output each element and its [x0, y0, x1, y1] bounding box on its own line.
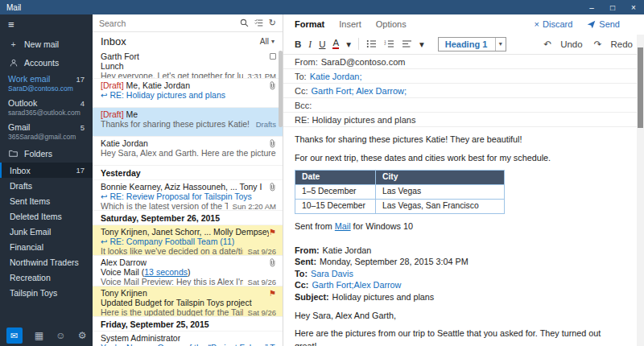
- reply-arrow-icon: ↩: [101, 192, 107, 201]
- underline-button[interactable]: U: [319, 39, 325, 49]
- undo-button[interactable]: ↶ Undo: [543, 39, 582, 50]
- filter-dropdown[interactable]: All ▾: [260, 37, 275, 46]
- message-row-bonnie[interactable]: Bonnie Kearney, Aziz Hassouneh, ... Tony…: [93, 180, 283, 211]
- compose-scrollbar-thumb[interactable]: [638, 47, 643, 128]
- message-sender: Katie Jordan: [101, 138, 148, 148]
- table-cell: 1–5 December: [295, 185, 376, 200]
- account-gmail[interactable]: Gmail 5 365Sarad@gmail.com: [0, 120, 93, 144]
- discard-button[interactable]: × Discard: [535, 19, 573, 29]
- message-row-draft-katie[interactable]: [Draft] Me, Katie Jordan ↩ RE: Holiday p…: [93, 79, 283, 108]
- sidebar-item-drafts[interactable]: Drafts: [0, 178, 93, 193]
- message-row-system-admin[interactable]: System Administrator You're Now an Owner…: [93, 332, 283, 346]
- search-icon[interactable]: [240, 19, 249, 27]
- numbered-list-icon[interactable]: 12: [384, 39, 394, 48]
- message-row-garth-fort[interactable]: Garth Fort Lunch Hey everyone, Let's get…: [93, 50, 283, 79]
- tab-options[interactable]: Options: [376, 19, 407, 29]
- cc-value[interactable]: Garth Fort; Alex Darrow;: [312, 86, 407, 96]
- from-field[interactable]: From: SaraD@contoso.com: [283, 55, 644, 69]
- maximize-button[interactable]: □: [602, 0, 623, 14]
- quoted-to-value[interactable]: Sara Davis: [311, 269, 353, 278]
- message-row-tony-budget[interactable]: Tony Krijnen ⚑ Updated Budget for Tailsp…: [93, 286, 283, 317]
- font-options-chevron-icon[interactable]: ▾: [346, 39, 351, 50]
- minimize-button[interactable]: –: [581, 0, 602, 14]
- bold-button[interactable]: B: [295, 39, 301, 49]
- folders-header[interactable]: Folders: [0, 144, 93, 163]
- font-color-button[interactable]: A: [332, 39, 339, 49]
- selection-mode-icon[interactable]: [254, 19, 263, 27]
- message-sender: Garth Fort: [101, 51, 139, 61]
- accounts-header[interactable]: Accounts: [0, 53, 93, 72]
- person-icon: [8, 59, 19, 67]
- folder-name: Recreation: [10, 273, 51, 282]
- account-work-email[interactable]: Work email 17 SaraD@contoso.com: [0, 72, 93, 96]
- sidebar-item-northwind-traders[interactable]: Northwind Traders: [0, 254, 93, 270]
- alignment-icon[interactable]: [402, 39, 412, 48]
- sidebar-item-deleted-items[interactable]: Deleted Items: [0, 208, 93, 224]
- feedback-icon[interactable]: ☺: [56, 330, 65, 341]
- tab-format[interactable]: Format: [295, 19, 324, 29]
- sync-icon[interactable]: ↻: [269, 18, 276, 28]
- quoted-from-value: Katie Jordan: [323, 245, 372, 255]
- sidebar-item-inbox[interactable]: Inbox 17: [0, 163, 93, 178]
- message-preview: Hey everyone, Let's get together for lun…: [101, 71, 243, 79]
- list-scrollbar-thumb[interactable]: [279, 51, 283, 127]
- sidebar-item-junk-email[interactable]: Junk Email: [0, 224, 93, 239]
- new-mail-button[interactable]: + New mail: [0, 35, 93, 53]
- flag-icon[interactable]: ⚑: [269, 289, 276, 298]
- sidebar-item-financial[interactable]: Financial: [0, 239, 93, 254]
- window-title: Mail: [6, 3, 21, 12]
- voicemail-duration-link[interactable]: 13 seconds: [144, 267, 188, 277]
- table-header-city: City: [376, 171, 505, 185]
- checkbox-icon[interactable]: [270, 53, 276, 60]
- quoted-paragraph: Hey Sara, Alex And Garth,: [295, 310, 623, 323]
- message-row-alex-voicemail[interactable]: Alex Darrow Voice Mail (13 seconds) Voic…: [93, 256, 283, 286]
- sidebar-item-tailspin-toys[interactable]: Tailspin Toys: [0, 285, 93, 300]
- to-field[interactable]: To: Katie Jordan;: [283, 69, 644, 84]
- flag-icon[interactable]: ⚑: [269, 228, 276, 237]
- chevron-down-icon: ▾: [271, 38, 275, 45]
- quoted-paragraph: Here are the pictures from our trip to S…: [295, 327, 623, 346]
- message-list-pane: ↻ Inbox All ▾ Garth Fort Lunch Hey: [93, 14, 283, 346]
- paragraph-options-chevron-icon[interactable]: ▾: [419, 39, 424, 50]
- table-cell: Las Vegas: [376, 185, 505, 200]
- account-outlook[interactable]: Outlook 4 sarad365@outlook.com: [0, 96, 93, 120]
- quoted-cc-value[interactable]: Garth Fort;Alex Darrow: [312, 280, 401, 290]
- sidebar-bottom-bar: ✉ ▦ ☺ ⚙: [0, 325, 93, 346]
- sidebar-item-sent-items[interactable]: Sent Items: [0, 193, 93, 208]
- style-selector[interactable]: Heading 1 ▾: [438, 37, 506, 51]
- mail-icon[interactable]: ✉: [6, 327, 23, 344]
- bullet-list-icon[interactable]: [366, 39, 377, 48]
- undo-label: Undo: [560, 39, 583, 49]
- send-button[interactable]: Send: [587, 19, 620, 29]
- mail-link[interactable]: Mail: [335, 221, 351, 231]
- reply-arrow-icon: ↩: [101, 91, 107, 100]
- folder-title: Inbox: [101, 35, 126, 47]
- search-bar: ↻: [93, 14, 283, 32]
- tab-insert[interactable]: Insert: [339, 19, 361, 29]
- signature-text: Sent from: [295, 221, 335, 231]
- to-value[interactable]: Katie Jordan;: [310, 72, 362, 81]
- bcc-field[interactable]: Bcc:: [283, 98, 644, 113]
- hamburger-menu-button[interactable]: ≡: [0, 14, 93, 35]
- italic-button[interactable]: I: [308, 39, 312, 49]
- search-input[interactable]: [99, 19, 234, 28]
- message-sender: System Administrator: [101, 333, 180, 343]
- sidebar-item-recreation[interactable]: Recreation: [0, 270, 93, 285]
- settings-gear-icon[interactable]: ⚙: [78, 330, 87, 341]
- cc-field[interactable]: Cc: Garth Fort; Alex Darrow;: [283, 84, 644, 98]
- main-area: ≡ + New mail Accounts Work email 17 Sara…: [0, 14, 644, 346]
- redo-icon: ↷: [594, 39, 602, 50]
- to-label: To:: [295, 72, 307, 81]
- message-preview: Voice Mail Preview: Hey this is Alex I'm…: [101, 277, 243, 286]
- message-row-katie-jordan[interactable]: Katie Jordan Hey Sara, Alex and Garth. H…: [93, 137, 283, 166]
- message-row-tony-football[interactable]: Tony Krijnen, Janet Schorr, ... Molly De…: [93, 225, 283, 256]
- folder-name: Deleted Items: [10, 212, 62, 221]
- subject-field[interactable]: RE: Holiday pictures and plans: [283, 113, 644, 127]
- redo-button[interactable]: ↷ Redo: [594, 39, 633, 50]
- close-button[interactable]: ×: [623, 0, 644, 14]
- message-row-draft-me-selected[interactable]: [Draft] Me Thanks for sharing these pict…: [93, 108, 283, 137]
- message-subject: Lunch: [101, 61, 124, 71]
- calendar-icon[interactable]: ▦: [35, 330, 43, 341]
- compose-scrollbar[interactable]: [637, 35, 644, 346]
- message-body-editor[interactable]: Thanks for sharing these pictures Katie!…: [283, 127, 644, 346]
